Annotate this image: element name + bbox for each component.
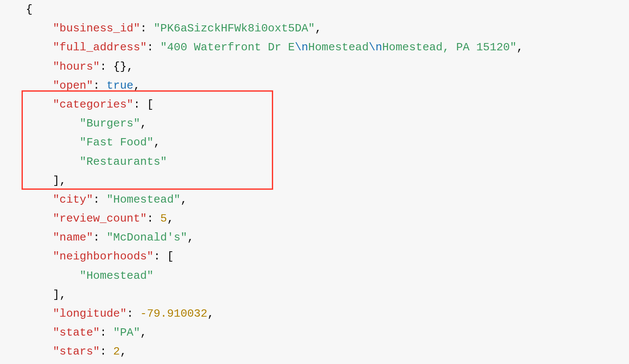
value-name: "McDonald's" [106, 231, 187, 244]
key-full-address: "full_address" [53, 41, 146, 54]
open-brace: { [26, 3, 33, 16]
value-full-address-p1: "400 Waterfront Dr E [160, 41, 295, 54]
value-stars: 2 [113, 345, 120, 358]
key-stars: "stars" [53, 345, 100, 358]
key-business-id: "business_id" [53, 22, 140, 35]
value-categories-2: "Fast Food" [80, 136, 154, 149]
value-categories-1: "Burgers" [80, 117, 140, 130]
escape-char-2: \n [369, 41, 382, 54]
value-open: true [106, 79, 133, 92]
key-state: "state" [53, 326, 100, 339]
escape-char-1: \n [295, 41, 308, 54]
key-city: "city" [53, 193, 93, 206]
value-hours: {} [113, 60, 127, 73]
key-categories: "categories" [53, 98, 133, 111]
key-open: "open" [53, 79, 93, 92]
key-name: "name" [53, 231, 93, 244]
key-longitude: "longitude" [53, 307, 127, 320]
json-code-block: { "business_id": "PK6aSizckHFWk8i0oxt5DA… [0, 0, 629, 361]
value-review-count: 5 [160, 212, 167, 225]
value-neighborhoods-1: "Homestead" [80, 269, 154, 282]
value-full-address-p2: Homestead [308, 41, 368, 54]
value-business-id: "PK6aSizckHFWk8i0oxt5DA" [153, 22, 314, 35]
key-review-count: "review_count" [53, 212, 146, 225]
key-hours: "hours" [53, 60, 100, 73]
value-full-address-p3: Homestead, PA 15120" [382, 41, 517, 54]
value-city: "Homestead" [106, 193, 181, 206]
key-neighborhoods: "neighborhoods" [53, 250, 153, 263]
value-categories-3: "Restaurants" [80, 155, 167, 168]
value-longitude: -79.910032 [140, 307, 207, 320]
value-state: "PA" [113, 326, 140, 339]
